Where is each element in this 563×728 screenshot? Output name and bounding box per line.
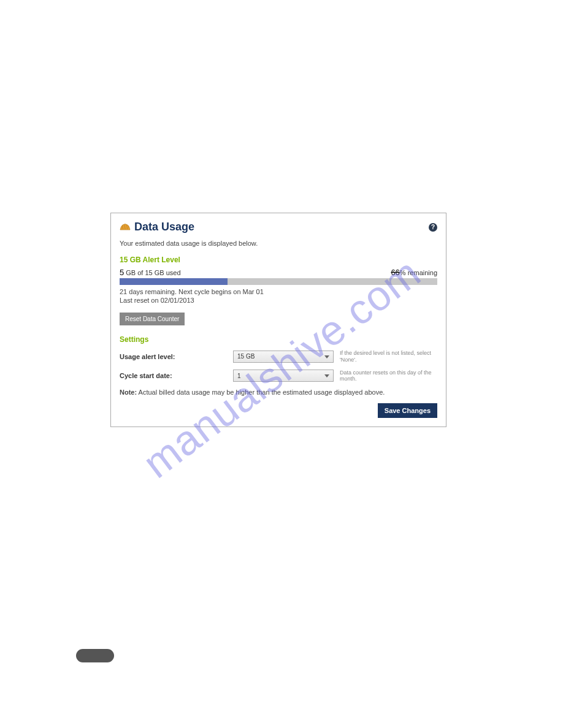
last-reset-line: Last reset on 02/01/2013 [120,297,437,304]
cycle-start-hint: Data counter resets on this day of the m… [340,370,437,383]
usage-alert-select[interactable]: 15 GB [233,351,334,363]
progress-fill [120,278,228,285]
usage-used: 5 GB of 15 GB used [120,268,181,277]
usage-alert-label: Usage alert level: [120,353,233,360]
note-text: Actual billed data usage may be higher t… [137,389,385,396]
data-usage-panel: Data Usage ? Your estimated data usage i… [110,213,446,427]
cycle-remaining-line: 21 days remaining. Next cycle begins on … [120,288,437,295]
cycle-start-select[interactable]: 1 [233,370,334,382]
usage-remaining-rest: % remaining [400,269,437,276]
panel-title-wrap: Data Usage [120,221,194,233]
save-changes-button[interactable]: Save Changes [378,403,437,418]
note-label: Note: [120,389,137,396]
progress-bar [120,278,437,285]
usage-remaining-num: 66 [391,268,399,277]
reset-data-counter-button[interactable]: Reset Data Counter [120,313,185,325]
panel-header: Data Usage ? [120,221,437,233]
help-icon[interactable]: ? [429,223,437,232]
cycle-start-label: Cycle start date: [120,372,233,379]
save-button-row: Save Changes [120,403,437,418]
usage-alert-hint: If the desired level is not listed, sele… [340,350,437,363]
note-line: Note: Actual billed data usage may be hi… [120,389,437,396]
setting-row-usage-alert: Usage alert level: 15 GB If the desired … [120,350,437,363]
usage-remaining: 66% remaining [391,268,437,277]
usage-row: 5 GB of 15 GB used 66% remaining [120,268,437,277]
usage-used-rest: GB of 15 GB used [124,269,180,276]
setting-row-cycle-start: Cycle start date: 1 Data counter resets … [120,370,437,383]
data-usage-icon [120,222,131,232]
panel-description: Your estimated data usage is displayed b… [120,240,437,247]
panel-title: Data Usage [134,221,194,233]
alert-level-label: 15 GB Alert Level [120,256,437,264]
page-badge [76,649,114,662]
settings-heading: Settings [120,335,437,344]
